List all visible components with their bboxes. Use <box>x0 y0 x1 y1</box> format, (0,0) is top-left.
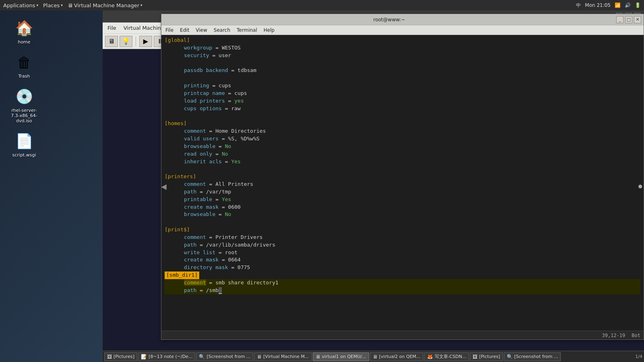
vm-manager-menu[interactable]: 🖥 Virtual Machine Manager ▾ <box>68 2 142 8</box>
terminal-close-btn[interactable]: ✕ <box>634 16 641 23</box>
desktop-icon-home[interactable]: 🏠 home <box>8 19 40 45</box>
clock: Mon 21:05 <box>585 2 611 8</box>
vm-label: Virtual Machine Manager <box>74 2 139 8</box>
scroll-status: Bot <box>632 333 640 338</box>
desktop-icon-trash[interactable]: 🗑 Trash <box>8 53 40 79</box>
taskbar-pictures2-label: [Pictures] <box>479 354 500 359</box>
taskbar-screenshot2-label: [Screenshot from ... <box>514 354 558 359</box>
terminal-title-bar: root@www:~ _ □ ✕ <box>161 14 644 25</box>
taskbar-csdn-label: 写文章-CSDN... <box>435 354 466 360</box>
main-area: 🏠 home 🗑 Trash 💿 rhel-server-7.3-x86_64-… <box>0 10 644 362</box>
applications-menu[interactable]: Applications ▾ <box>3 2 38 8</box>
cursor-position: 39,12-19 <box>602 333 625 338</box>
taskbar-screenshot2-icon: 🔍 <box>507 354 513 360</box>
applications-arrow: ▾ <box>36 3 38 7</box>
line-workgroup: workgroup = WESTOS <box>165 44 640 52</box>
trash-label: Trash <box>18 74 30 79</box>
menu-virtual-machine[interactable]: Virtual Machine <box>120 24 167 32</box>
line-empty3 <box>165 112 640 120</box>
places-menu[interactable]: Places ▾ <box>43 2 63 8</box>
terminal-status-bar: 39,12-19 Bot <box>161 331 644 339</box>
desktop-icon-iso[interactable]: 💿 rhel-server-7.3-x86_64-dvd.iso <box>8 87 40 123</box>
line-global: [global] <box>165 37 640 44</box>
terminal-menu-help[interactable]: Help <box>261 27 277 33</box>
line-cups-options: cups options = raw <box>165 105 640 113</box>
taskbar-virtual2[interactable]: 🖥 [virtual2 on QEM... <box>370 352 423 361</box>
terminal-window: root@www:~ _ □ ✕ File Edit View Search T… <box>161 14 644 340</box>
taskbar-virt-label: [Virtual Machine M... <box>263 354 309 359</box>
vm-left-arrow[interactable]: ◀ <box>161 182 167 191</box>
line-print-dollar: [print$] <box>165 226 640 234</box>
taskbar-virtual2-label: [virtual2 on QEM... <box>379 354 421 359</box>
taskbar-page: 1/4 <box>635 354 642 359</box>
desktop-icon-wsgi[interactable]: 📄 script.wsgi <box>8 132 40 158</box>
line-empty1 <box>165 60 640 67</box>
taskbar-screenshot1-label: [Screenshot from ... <box>206 354 250 359</box>
line-valid-users: valid users = %S, %D%w%S <box>165 135 640 143</box>
iso-label: rhel-server-7.3-x86_64-dvd.iso <box>8 108 40 123</box>
line-empty2 <box>165 74 640 82</box>
terminal-menu-view[interactable]: View <box>193 27 209 33</box>
terminal-menu-edit[interactable]: Edit <box>178 27 192 33</box>
terminal-menu-search[interactable]: Search <box>211 27 233 33</box>
line-create-mask2: create mask = 0664 <box>165 256 640 264</box>
lang-indicator[interactable]: 中 <box>576 2 581 9</box>
line-homes: [homes] <box>165 120 640 128</box>
taskbar-screenshot2[interactable]: 🔍 [Screenshot from ... <box>504 352 561 361</box>
taskbar-screenshot1-icon: 🔍 <box>199 354 205 360</box>
terminal-title-text: root@www:~ <box>164 17 615 23</box>
line-inherit: inherit acls = Yes <box>165 158 640 166</box>
taskbar-virt-icon: 🖥 <box>257 354 262 360</box>
taskbar-screenshot1[interactable]: 🔍 [Screenshot from ... <box>196 352 253 361</box>
wsgi-icon: 📄 <box>14 132 34 151</box>
line-smb-section: [smb_dir1] <box>165 272 199 279</box>
toolbar-sep1 <box>136 37 136 46</box>
line-smb-comment: comment = smb share directory1 <box>165 279 640 287</box>
iso-icon: 💿 <box>14 87 34 106</box>
line-printable: printable = Yes <box>165 196 640 204</box>
vm-right-dot[interactable]: ● <box>638 183 642 189</box>
applications-label: Applications <box>3 2 35 8</box>
taskbar-pictures[interactable]: 🖼 [Pictures] <box>104 352 137 361</box>
taskbar-virtual1-icon: 🖥 <box>316 354 320 360</box>
menu-file[interactable]: File <box>104 24 120 32</box>
home-label: home <box>18 39 30 45</box>
taskbar-pictures-label: [Pictures] <box>114 354 134 359</box>
line-path-printers: path = /var/tmp <box>165 188 640 196</box>
vm-arrow: ▾ <box>140 3 142 7</box>
terminal-minimize-btn[interactable]: _ <box>616 16 623 23</box>
places-arrow: ▾ <box>61 3 63 7</box>
line-browseable-home: browseable = No <box>165 143 640 150</box>
line-comment-print: comment = Printer Drivers <box>165 234 640 241</box>
toolbar-play-btn[interactable]: ▶ <box>139 36 152 47</box>
taskbar-csdn[interactable]: 🦊 写文章-CSDN... <box>424 352 469 361</box>
toolbar-monitor-btn[interactable]: 🖥 <box>105 36 118 47</box>
toolbar-bulb-btn[interactable]: 💡 <box>120 36 132 47</box>
line-security: security = user <box>165 52 640 60</box>
terminal-menu-terminal[interactable]: Terminal <box>234 27 260 33</box>
terminal-content[interactable]: [global] workgroup = WESTOS security = u… <box>161 35 644 331</box>
vm-icon: 🖥 <box>68 2 73 8</box>
vm-window: virtual1 on QEMU/KVM _ □ ✕ File Virtual … <box>103 10 644 362</box>
terminal-menu-file[interactable]: File <box>163 27 176 33</box>
taskbar-virtual1[interactable]: 🖥 virtual1 on QEMU/... <box>313 352 369 361</box>
taskbar-pictures-icon: 🖼 <box>107 354 112 360</box>
taskbar-virt-manager[interactable]: 🖥 [Virtual Machine M... <box>254 352 312 361</box>
line-readonly: read only = No <box>165 150 640 158</box>
places-label: Places <box>43 2 60 8</box>
taskbar-note-label: [8~13 note (~/De... <box>149 354 192 359</box>
taskbar-virtual2-icon: 🖥 <box>373 354 378 360</box>
taskbar-csdn-icon: 🦊 <box>427 354 433 360</box>
terminal-maximize-btn[interactable]: □ <box>625 16 632 23</box>
system-bar-right: 中 Mon 21:05 📶 🔊 🔋 <box>576 2 641 9</box>
desktop-panel: 🏠 home 🗑 Trash 💿 rhel-server-7.3-x86_64-… <box>0 10 103 362</box>
system-bar-left: Applications ▾ Places ▾ 🖥 Virtual Machin… <box>3 2 142 8</box>
line-printing: printing = cups <box>165 82 640 90</box>
line-load-printers: load printers = yes <box>165 97 640 105</box>
taskbar-pictures2[interactable]: 🖼 [Pictures] <box>470 352 503 361</box>
wsgi-label: script.wsgi <box>12 152 36 158</box>
taskbar-note[interactable]: 📝 [8~13 note (~/De... <box>138 352 195 361</box>
taskbar-virtual1-label: virtual1 on QEMU/... <box>322 354 366 359</box>
line-dir-mask: directory mask = 0775 <box>165 264 640 272</box>
line-passdb: passdb backend = tdbsam <box>165 67 640 74</box>
